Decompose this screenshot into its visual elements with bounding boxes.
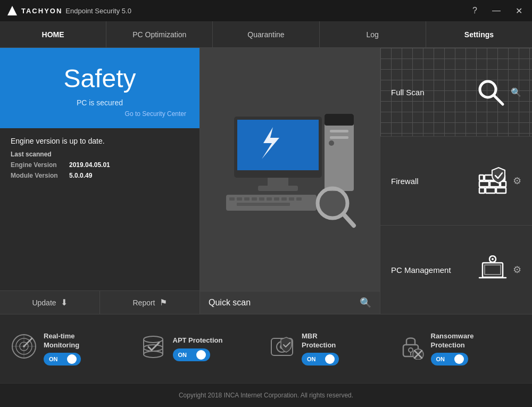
update-button[interactable]: Update ⬇: [0, 291, 100, 314]
help-button[interactable]: ?: [469, 5, 480, 16]
realtime-icon: [11, 333, 37, 364]
svg-line-26: [494, 95, 503, 104]
firewall-icons: ⚙: [478, 167, 521, 196]
realtime-toggle-knob: [67, 354, 77, 364]
logo-icon: [6, 5, 18, 16]
left-info: Engine version is up to date. Last scann…: [0, 128, 200, 290]
report-label: Report: [132, 298, 155, 307]
engine-version-value: 2019.04.05.01: [69, 161, 110, 169]
svg-rect-21: [296, 197, 302, 201]
svg-rect-32: [496, 188, 506, 193]
mbr-protection-item: MBRProtection ON: [269, 332, 393, 366]
realtime-info: Real-timeMonitoring ON: [44, 332, 81, 366]
svg-rect-20: [289, 197, 294, 201]
firewall-left: Firewall: [391, 177, 419, 186]
left-panel: Safety PC is secured Go to Security Cent…: [0, 48, 200, 314]
firewall-card[interactable]: Firewall ⚙: [380, 137, 532, 226]
module-version-row: Module Version 5.0.0.49: [11, 172, 189, 179]
svg-rect-31: [486, 188, 495, 193]
app-brand: TACHYON: [21, 7, 62, 15]
svg-line-24: [344, 214, 354, 226]
full-scan-action-icon: 🔍: [511, 87, 521, 97]
svg-rect-30: [479, 188, 485, 193]
center-panel: Quick scan 🔍: [200, 48, 380, 314]
ransomware-protection-item: RansomwareProtection ON: [398, 332, 522, 366]
pc-management-action-icon: ⚙: [513, 264, 521, 276]
svg-rect-35: [479, 175, 484, 180]
realtime-toggle[interactable]: ON: [44, 353, 81, 366]
app-title: Endpoint Security 5.0: [65, 7, 131, 15]
search-icon: [476, 78, 505, 107]
ransomware-toggle[interactable]: ON: [431, 353, 468, 366]
svg-rect-3: [330, 130, 348, 132]
flag-icon: ⚑: [160, 297, 167, 308]
svg-rect-10: [258, 186, 298, 191]
svg-marker-0: [7, 6, 17, 15]
svg-point-5: [329, 140, 334, 146]
ransomware-toggle-knob: [454, 354, 464, 364]
mbr-disk-icon: [269, 333, 295, 360]
safety-subtitle: PC is secured: [13, 98, 186, 107]
svg-line-45: [490, 256, 491, 258]
mbr-label: MBRProtection: [302, 332, 339, 350]
pc-management-left: PC Management: [391, 265, 451, 275]
nav-item-pc-optimization[interactable]: PC Optimization: [106, 21, 213, 47]
nav-item-quarantine[interactable]: Quarantine: [213, 21, 319, 47]
mbr-toggle[interactable]: ON: [302, 353, 339, 366]
ransomware-icon: [398, 333, 425, 364]
svg-rect-12: [229, 197, 235, 201]
svg-point-40: [492, 258, 494, 260]
svg-rect-2: [325, 114, 354, 126]
firewall-label: Firewall: [391, 177, 419, 186]
nav-item-settings[interactable]: Settings: [426, 21, 532, 47]
svg-rect-4: [330, 136, 348, 139]
svg-rect-13: [237, 197, 242, 201]
apt-icon: [140, 333, 167, 364]
last-scanned-label: Last scanned: [11, 151, 189, 158]
svg-rect-15: [252, 197, 257, 201]
apt-label: APT Protection: [173, 336, 223, 345]
module-version-value: 5.0.0.49: [69, 172, 92, 179]
radar-icon: [11, 333, 37, 360]
engine-version-row: Engine Version 2019.04.05.01: [11, 161, 189, 169]
footer: Copyright 2018 INCA Internet Corporation…: [0, 383, 532, 407]
title-bar: TACHYON Endpoint Security 5.0 ? — ✕: [0, 0, 532, 21]
pc-management-card[interactable]: PC Management: [380, 226, 532, 314]
close-button[interactable]: ✕: [512, 5, 526, 17]
full-scan-icons: 🔍: [476, 78, 521, 107]
firewall-icon: [478, 167, 508, 196]
mbr-info: MBRProtection ON: [302, 332, 339, 366]
realtime-monitoring-item: Real-timeMonitoring ON: [11, 332, 135, 366]
nav-bar: HOME PC Optimization Quarantine Log Sett…: [0, 21, 532, 48]
svg-rect-14: [244, 197, 250, 201]
nav-item-log[interactable]: Log: [320, 21, 426, 47]
svg-rect-16: [259, 197, 264, 201]
pc-management-icons: ⚙: [478, 255, 521, 285]
svg-point-66: [409, 348, 413, 352]
quick-scan-bar[interactable]: Quick scan 🔍: [200, 291, 380, 314]
engine-version-label: Engine Version: [11, 161, 69, 169]
window-controls: ? — ✕: [469, 5, 526, 17]
pc-management-icon: [478, 255, 508, 285]
svg-rect-19: [281, 197, 287, 201]
minimize-button[interactable]: —: [489, 5, 504, 16]
security-center-link[interactable]: Go to Security Center: [13, 110, 186, 118]
svg-point-61: [144, 351, 163, 358]
full-scan-label: Full Scan: [391, 88, 425, 97]
pc-management-label: PC Management: [391, 265, 451, 275]
title-bar-left: TACHYON Endpoint Security 5.0: [6, 5, 131, 16]
firewall-action-icon: ⚙: [513, 175, 521, 187]
apt-toggle[interactable]: ON: [173, 348, 210, 361]
safety-title: Safety: [13, 64, 186, 93]
svg-rect-22: [237, 203, 290, 206]
report-button[interactable]: Report ⚑: [100, 291, 200, 314]
full-scan-card[interactable]: Full Scan 🔍: [380, 48, 532, 137]
svg-line-47: [495, 256, 496, 258]
quick-scan-icon: 🔍: [360, 297, 371, 309]
svg-rect-18: [274, 197, 279, 201]
realtime-label: Real-timeMonitoring: [44, 332, 81, 350]
svg-rect-9: [268, 178, 288, 186]
svg-line-46: [495, 261, 496, 262]
nav-item-home[interactable]: HOME: [0, 21, 106, 47]
app-logo: TACHYON Endpoint Security 5.0: [6, 5, 131, 16]
